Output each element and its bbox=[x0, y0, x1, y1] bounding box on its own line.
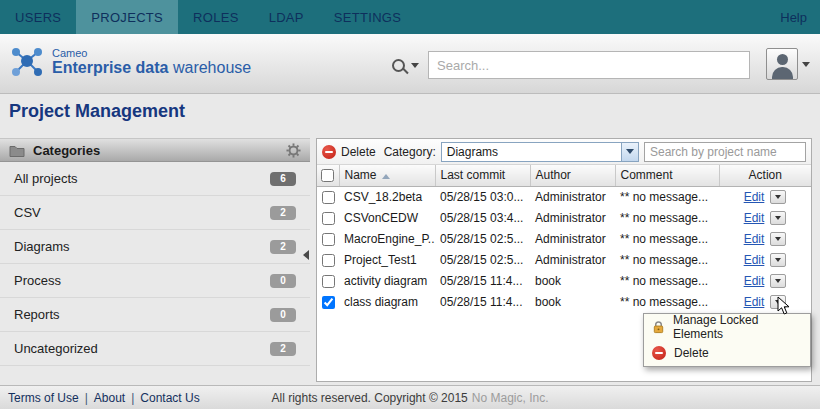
column-header-author[interactable]: Author bbox=[530, 165, 615, 186]
sidebar-item-process[interactable]: Process 0 bbox=[0, 264, 310, 298]
row-checkbox[interactable] bbox=[322, 254, 335, 267]
row-actions-dropdown-button[interactable] bbox=[770, 253, 786, 267]
project-name-link[interactable]: class diagram bbox=[339, 291, 435, 312]
lock-icon bbox=[652, 320, 665, 334]
company-name: No Magic, Inc. bbox=[472, 391, 549, 405]
comment-cell: ** no message... bbox=[615, 270, 719, 291]
brand-product-bold: Enterprise data bbox=[52, 59, 168, 76]
project-name-link[interactable]: MacroEngine_P... bbox=[339, 228, 435, 249]
author-cell: book bbox=[530, 291, 615, 312]
category-label: All projects bbox=[14, 171, 78, 186]
chevron-down-icon bbox=[775, 237, 781, 241]
chevron-down-icon bbox=[775, 216, 781, 220]
author-cell: book bbox=[530, 270, 615, 291]
edit-link[interactable]: Edit bbox=[744, 232, 765, 246]
delete-icon bbox=[322, 145, 336, 159]
row-actions-dropdown-button[interactable] bbox=[770, 232, 786, 246]
edit-link[interactable]: Edit bbox=[744, 211, 765, 225]
comment-cell: ** no message... bbox=[615, 186, 719, 207]
delete-button[interactable]: Delete bbox=[322, 145, 376, 159]
footer: Terms of Use About Contact Us All rights… bbox=[0, 385, 820, 409]
nav-tab-ldap[interactable]: LDAP bbox=[254, 0, 319, 34]
row-actions-dropdown-button[interactable] bbox=[770, 190, 786, 204]
categories-title: Categories bbox=[33, 143, 100, 158]
nav-tab-roles[interactable]: ROLES bbox=[178, 0, 254, 34]
sidebar-item-csv[interactable]: CSV 2 bbox=[0, 196, 310, 230]
categories-settings-button[interactable] bbox=[286, 143, 301, 158]
chevron-down-icon bbox=[775, 279, 781, 283]
column-header-last-commit[interactable]: Last commit bbox=[435, 165, 530, 186]
menu-item-label: Manage Locked Elements bbox=[673, 313, 802, 341]
footer-links: Terms of Use About Contact Us bbox=[8, 386, 200, 409]
category-label: CSV bbox=[14, 205, 41, 220]
search-icon[interactable] bbox=[392, 59, 405, 72]
global-search-input[interactable] bbox=[428, 51, 750, 79]
edit-link[interactable]: Edit bbox=[744, 295, 765, 309]
category-label: Diagrams bbox=[14, 239, 70, 254]
table-row: Project_Test1 05/28/15 02:5... Administr… bbox=[317, 249, 811, 270]
category-count-badge: 2 bbox=[270, 342, 296, 356]
column-header-action[interactable]: Action bbox=[719, 165, 811, 186]
category-filter-select[interactable]: Diagrams bbox=[441, 142, 639, 162]
nav-tab-users[interactable]: USERS bbox=[0, 0, 76, 34]
footer-link-contact[interactable]: Contact Us bbox=[140, 391, 199, 405]
row-actions-dropdown-button[interactable] bbox=[770, 211, 786, 225]
project-name-link[interactable]: Project_Test1 bbox=[339, 249, 435, 270]
edit-link[interactable]: Edit bbox=[744, 190, 765, 204]
sidebar-collapse-handle[interactable] bbox=[303, 250, 309, 260]
table-row: CSV_18.2beta 05/28/15 03:0... Administra… bbox=[317, 186, 811, 207]
chevron-down-icon bbox=[775, 195, 781, 199]
row-checkbox[interactable] bbox=[322, 233, 335, 246]
column-header-comment[interactable]: Comment bbox=[615, 165, 719, 186]
category-label: Uncategorized bbox=[14, 341, 98, 356]
app-header: Cameo Enterprise data warehouse bbox=[0, 34, 820, 94]
row-actions-dropdown-button[interactable] bbox=[770, 274, 786, 288]
user-avatar[interactable] bbox=[766, 48, 798, 80]
last-commit-cell: 05/28/15 02:5... bbox=[435, 228, 530, 249]
edit-link[interactable]: Edit bbox=[744, 274, 765, 288]
footer-separator bbox=[131, 391, 134, 405]
help-link[interactable]: Help bbox=[767, 0, 820, 34]
nav-tab-projects[interactable]: PROJECTS bbox=[76, 0, 178, 34]
project-name-link[interactable]: CSV_18.2beta bbox=[339, 186, 435, 207]
author-cell: Administrator bbox=[530, 249, 615, 270]
sort-ascending-icon bbox=[382, 174, 390, 179]
project-name-link[interactable]: CSVonCEDW bbox=[339, 207, 435, 228]
sidebar-item-all-projects[interactable]: All projects 6 bbox=[0, 162, 310, 196]
user-menu-dropdown-icon[interactable] bbox=[802, 62, 810, 67]
row-checkbox[interactable] bbox=[322, 191, 335, 204]
sidebar-item-diagrams[interactable]: Diagrams 2 bbox=[0, 230, 310, 264]
row-checkbox[interactable] bbox=[322, 275, 335, 288]
folder-icon bbox=[9, 144, 25, 157]
nav-tab-settings[interactable]: SETTINGS bbox=[319, 0, 416, 34]
table-row: MacroEngine_P... 05/28/15 02:5... Admini… bbox=[317, 228, 811, 249]
category-label: Process bbox=[14, 273, 61, 288]
table-header-row: Name Last commit Author Comment Action bbox=[317, 165, 811, 186]
column-header-last-commit-label: Last commit bbox=[441, 168, 506, 182]
user-menu bbox=[766, 48, 810, 80]
menu-item-manage-locked-elements[interactable]: Manage Locked Elements bbox=[644, 314, 810, 340]
row-actions-dropdown-button[interactable] bbox=[770, 295, 786, 309]
select-all-checkbox[interactable] bbox=[321, 169, 334, 182]
last-commit-cell: 05/28/15 03:4... bbox=[435, 207, 530, 228]
brand-name: Cameo bbox=[52, 47, 251, 59]
sidebar-item-reports[interactable]: Reports 0 bbox=[0, 298, 310, 332]
column-header-name[interactable]: Name bbox=[339, 165, 435, 186]
chevron-down-icon bbox=[775, 258, 781, 262]
category-count-badge: 0 bbox=[270, 274, 296, 288]
top-navigation-bar: USERS PROJECTS ROLES LDAP SETTINGS Help bbox=[0, 0, 820, 34]
edit-link[interactable]: Edit bbox=[744, 253, 765, 267]
row-checkbox[interactable] bbox=[322, 212, 335, 225]
row-actions-context-menu: Manage Locked Elements Delete bbox=[643, 313, 811, 367]
category-filter-dropdown-button[interactable] bbox=[621, 143, 638, 161]
project-name-filter-input[interactable] bbox=[644, 142, 806, 162]
search-scope-dropdown-icon[interactable] bbox=[411, 63, 419, 68]
menu-item-delete[interactable]: Delete bbox=[644, 340, 810, 366]
project-name-link[interactable]: activity diagram bbox=[339, 270, 435, 291]
last-commit-cell: 05/28/15 11:4... bbox=[435, 270, 530, 291]
footer-link-about[interactable]: About bbox=[94, 391, 125, 405]
footer-link-terms[interactable]: Terms of Use bbox=[8, 391, 79, 405]
last-commit-cell: 05/28/15 11:4... bbox=[435, 291, 530, 312]
row-checkbox[interactable] bbox=[322, 296, 335, 309]
sidebar-item-uncategorized[interactable]: Uncategorized 2 bbox=[0, 332, 310, 366]
